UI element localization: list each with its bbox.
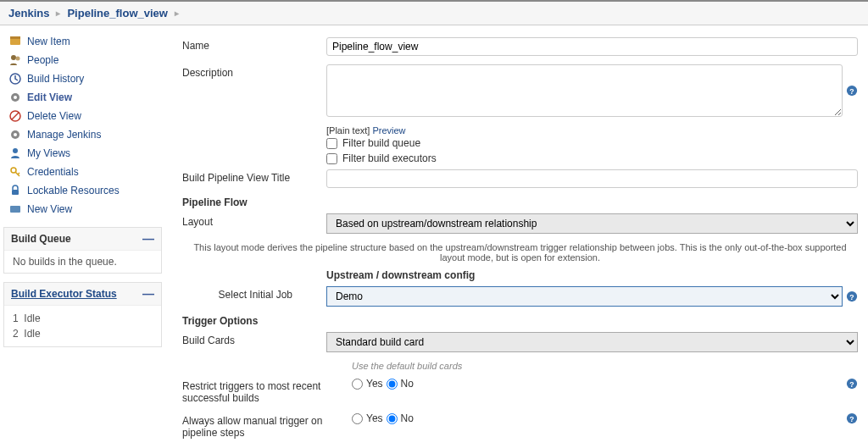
people-icon xyxy=(8,53,22,67)
sidebar-item-label: New Item xyxy=(27,36,70,47)
config-form: Name Description ? [Plain text] Preview … xyxy=(165,27,868,448)
svg-rect-14 xyxy=(10,206,20,213)
svg-rect-1 xyxy=(10,36,20,39)
upstream-config-header: Upstream / downstream config xyxy=(326,269,858,281)
sidebar-item-label: Manage Jenkins xyxy=(27,129,101,141)
restrict-yes-radio[interactable] xyxy=(352,379,363,390)
executor-title[interactable]: Build Executor Status xyxy=(11,288,117,300)
sidebar-item-label: Build History xyxy=(27,73,84,85)
sidebar-item-edit-view[interactable]: Edit View xyxy=(3,88,162,107)
pipeline-title-label: Build Pipeline View Title xyxy=(182,169,326,184)
pipeline-flow-section: Pipeline Flow xyxy=(182,196,858,208)
chevron-right-icon: ▸ xyxy=(56,8,60,18)
sidebar-item-label: Delete View xyxy=(27,110,81,122)
initial-job-label: Select Initial Job xyxy=(182,286,326,301)
folder-icon xyxy=(8,202,22,216)
new-item-icon xyxy=(8,35,22,48)
svg-text:?: ? xyxy=(849,87,854,96)
svg-point-3 xyxy=(16,57,20,61)
sidebar-item-new-item[interactable]: New Item xyxy=(3,32,162,51)
filter-executors-label: Filter build executors xyxy=(342,152,437,164)
build-queue-body: No builds in the queue. xyxy=(4,251,161,273)
help-icon[interactable]: ? xyxy=(846,412,858,424)
sidebar-item-label: Credentials xyxy=(27,166,79,178)
my-views-icon xyxy=(8,147,22,160)
executor-row: 2 Idle xyxy=(13,326,153,341)
preview-link[interactable]: Preview xyxy=(372,125,405,136)
svg-rect-13 xyxy=(12,190,19,195)
help-icon[interactable]: ? xyxy=(846,378,858,390)
sidebar-item-label: My Views xyxy=(27,147,70,159)
layout-select[interactable]: Based on upstream/downstream relationshi… xyxy=(326,213,858,234)
breadcrumb-view[interactable]: Pipeline_flow_view xyxy=(67,7,168,19)
description-format-hint: [Plain text] Preview xyxy=(326,125,858,136)
description-textarea[interactable] xyxy=(326,64,843,117)
always-manual-label: Always allow manual trigger on pipeline … xyxy=(182,412,352,439)
executor-list: 1 Idle 2 Idle xyxy=(4,306,161,346)
history-icon xyxy=(8,72,22,86)
sidebar-item-label: Lockable Resources xyxy=(27,185,120,196)
collapse-icon[interactable]: — xyxy=(142,232,154,246)
sidebar-item-my-views[interactable]: My Views xyxy=(3,144,162,163)
restrict-no-radio[interactable] xyxy=(387,379,398,390)
sidebar-item-lockable-resources[interactable]: Lockable Resources xyxy=(3,181,162,200)
build-cards-label: Build Cards xyxy=(182,332,326,346)
sidebar-item-manage-jenkins[interactable]: Manage Jenkins xyxy=(3,125,162,144)
layout-label: Layout xyxy=(182,213,326,228)
filter-queue-label: Filter build queue xyxy=(342,137,420,149)
sidebar-item-people[interactable]: People xyxy=(3,51,162,69)
svg-text:?: ? xyxy=(849,380,854,389)
restrict-triggers-label: Restrict triggers to most recent success… xyxy=(182,378,352,404)
svg-point-2 xyxy=(11,55,16,60)
executor-panel: Build Executor Status — 1 Idle 2 Idle xyxy=(3,282,162,347)
sidebar-item-label: People xyxy=(27,54,58,66)
initial-job-select[interactable]: Demo xyxy=(326,286,843,307)
delete-icon xyxy=(8,109,22,123)
sidebar: New Item People Build History Edit View … xyxy=(0,27,165,448)
breadcrumb: Jenkins ▸ Pipeline_flow_view ▸ xyxy=(8,7,860,19)
svg-line-8 xyxy=(12,113,19,119)
credentials-icon xyxy=(8,165,22,179)
name-input[interactable] xyxy=(326,37,858,56)
build-queue-panel: Build Queue — No builds in the queue. xyxy=(3,227,162,274)
manual-yes-radio[interactable] xyxy=(352,413,363,424)
filter-executors-checkbox[interactable] xyxy=(326,153,337,164)
chevron-right-icon: ▸ xyxy=(175,8,179,18)
collapse-icon[interactable]: — xyxy=(142,287,154,301)
sidebar-item-label: Edit View xyxy=(27,91,72,103)
help-icon[interactable]: ? xyxy=(846,290,858,302)
filter-queue-checkbox[interactable] xyxy=(326,138,337,149)
svg-point-10 xyxy=(14,133,17,136)
sidebar-item-build-history[interactable]: Build History xyxy=(3,69,162,88)
build-cards-select[interactable]: Standard build card xyxy=(326,332,858,352)
trigger-options-section: Trigger Options xyxy=(182,315,858,327)
svg-text:?: ? xyxy=(849,415,854,423)
build-cards-help: Use the default build cards xyxy=(352,361,858,371)
pipeline-title-input[interactable] xyxy=(326,169,858,188)
executor-row: 1 Idle xyxy=(13,311,153,326)
build-queue-title: Build Queue xyxy=(11,233,71,245)
sidebar-item-delete-view[interactable]: Delete View xyxy=(3,107,162,125)
sidebar-item-new-view[interactable]: New View xyxy=(3,200,162,218)
svg-text:?: ? xyxy=(849,293,854,301)
lock-icon xyxy=(8,184,22,197)
sidebar-item-label: New View xyxy=(27,203,72,215)
manual-no-radio[interactable] xyxy=(387,413,398,424)
description-label: Description xyxy=(182,64,326,79)
gear-icon xyxy=(8,91,22,104)
name-label: Name xyxy=(182,37,326,52)
help-icon[interactable]: ? xyxy=(846,85,858,97)
breadcrumb-bar: Jenkins ▸ Pipeline_flow_view ▸ xyxy=(0,0,868,25)
manage-icon xyxy=(8,128,22,141)
svg-point-6 xyxy=(14,96,17,99)
svg-point-11 xyxy=(13,148,18,153)
layout-help-text: This layout mode derives the pipeline st… xyxy=(182,242,858,263)
breadcrumb-root[interactable]: Jenkins xyxy=(8,7,49,19)
sidebar-item-credentials[interactable]: Credentials xyxy=(3,163,162,181)
